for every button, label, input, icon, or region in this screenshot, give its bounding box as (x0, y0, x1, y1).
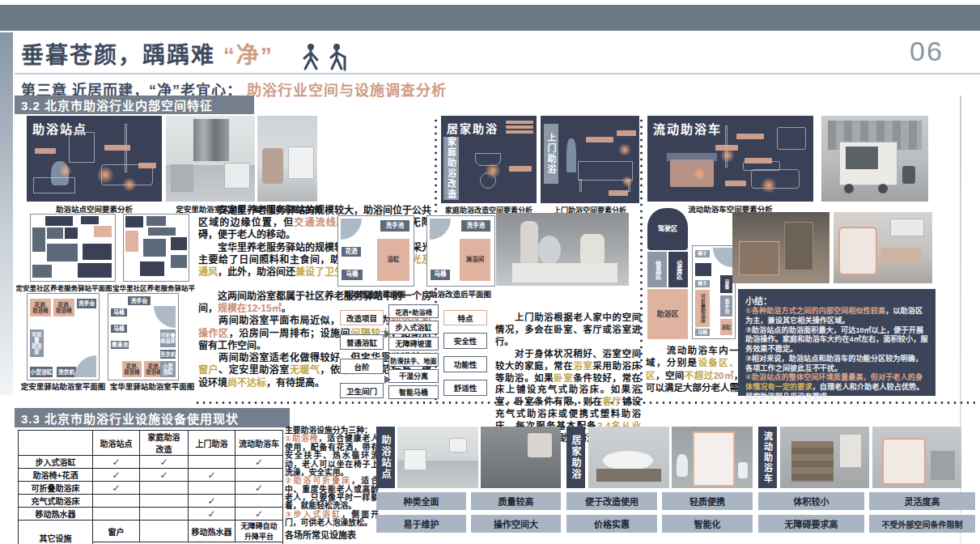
feature-tag: 无障碍要求高 (758, 515, 864, 533)
caption-station-analysis: 助浴站点空间要素分析 (27, 203, 162, 215)
water-barrel-shape (538, 236, 561, 265)
text-segment: ②助浴站点的助浴面积最大，可达10㎡以上，便于开展助浴操作。家庭和助浴车大约在4… (745, 326, 928, 354)
photo-vehicle-interior-cabinets (732, 212, 829, 283)
photo-vehicle-tub (872, 427, 961, 488)
table-row-label: 步入式浴缸 (19, 456, 93, 469)
checkmark-icon: ✓ (140, 456, 189, 469)
walk-in-tub-shape (838, 227, 877, 275)
label-chip (506, 130, 533, 134)
plan-dinganli-bathroom: 花洒. 助浴椅 花洒. 助浴椅 洗手台 可折叠 助浴床 小型浴缸 洗衣机 (27, 293, 100, 380)
text-segment: 客厅 (603, 397, 622, 406)
person-silhouette (566, 138, 576, 172)
title-rule (15, 73, 980, 74)
photo-bathing-vehicle (821, 116, 928, 202)
facility-description: 主要助浴设施分为三种： ①助浴椅，适合健康老人使用，配备有花洒，带有安全扶手、热… (285, 427, 379, 528)
table-row-label: 移动热水器 (19, 508, 93, 521)
caption-plan-dinganli-station: 定安里社区养老服务驿站平面图 (15, 283, 113, 292)
visit-paragraph: 上门助浴根据老人家中的空间情况，多会在卧室、客厅或浴室进行。 对于身体状况稍好、… (495, 312, 641, 444)
label-chip (736, 134, 764, 139)
label-chip (104, 145, 130, 151)
poster-page: 垂暮苍颜，踽踽难 “净” 06 第三章 近居而建，“净”老宜心： 助浴行业空间与… (0, 0, 980, 544)
label-chip (609, 190, 628, 196)
label-chip (725, 181, 746, 186)
wheel-shape (844, 184, 854, 193)
label-chip (617, 130, 636, 136)
plan-reno-after: 洗手池 淋浴间 马桶 (426, 215, 495, 287)
text-segment: 无暖气 (290, 364, 320, 376)
cabinet-shape (739, 241, 779, 275)
curtain-shape (193, 119, 229, 161)
feature-tag: 轻质便携 (662, 492, 753, 510)
wheel-shape (878, 184, 888, 193)
table-row-label: 充气式助浴床 (19, 495, 93, 508)
checkmark-icon: ✓ (235, 456, 283, 469)
section-3-2-badge: 3.2 北京市助浴行业内部空间特征 (15, 96, 254, 114)
page-title: 垂暮苍颜，踽踽难 “净” (21, 37, 274, 70)
plan-reno-before: 洗手池 花洒 浴缸 马桶 (337, 215, 414, 287)
wheelchair-shape (902, 166, 915, 184)
summary-title: 小结： (745, 294, 928, 307)
reno-header: 特点 (443, 310, 487, 325)
table-cell (140, 508, 189, 521)
table-cell (189, 482, 235, 495)
checkmark-icon: ✓ (93, 469, 140, 482)
label-chip (745, 158, 772, 164)
label-chip (506, 121, 533, 124)
text-segment: 20㎡ (714, 371, 734, 380)
text-segment: 不超过 (685, 371, 714, 380)
door-shape (840, 435, 861, 467)
cabinet-top-shape (667, 153, 717, 161)
reno-item: 舒适性 (443, 380, 487, 396)
reno-item: 花洒+助浴椅 (388, 304, 439, 318)
bed-leg-line (579, 179, 582, 192)
feature-tag: 体积较小 (758, 492, 864, 510)
feature-tag: 价格实惠 (566, 515, 657, 533)
feature-tag: 易于维护 (376, 515, 466, 533)
inflatable-basin-shape (603, 451, 653, 470)
door-arc (430, 219, 451, 240)
plan-baohuali-bathroom: 洗手台 马桶 马桶 擦澡池 可折叠 助浴床 洗衣机 花洒. 助浴椅 花洒. 助浴… (108, 293, 179, 380)
table-row-label: 助浴椅+花洒 (19, 469, 93, 482)
bench-shape (880, 248, 921, 264)
bed-shape (512, 263, 617, 283)
reno-right-column: 特点安全性功能性舒适性 (443, 310, 487, 396)
highlight-dot (761, 177, 777, 193)
section-3-3-badge: 3.3 北京市助浴行业设施设备使用现状 (15, 408, 290, 427)
feature-tag: 灵活度高 (869, 492, 975, 510)
feature-tag: 不受外部空间条件限制 (869, 515, 975, 533)
table-header: 上门助浴 (189, 431, 235, 456)
text-segment: ④助浴站点的整体空间环境质量最高，但对于老人的身 (745, 373, 923, 381)
table-cell (140, 495, 189, 508)
group-vehicle-tab: 流动助浴车 (758, 427, 777, 488)
table-cell: 无障碍自动 升降平台 (235, 521, 283, 542)
bath-bed-outline (33, 177, 75, 193)
home-reno-illustration-panel: 居家助浴 家庭助浴改造 (441, 116, 537, 203)
text-segment: 尚不达标 (227, 377, 266, 389)
toilet-shape (738, 462, 748, 478)
label-chip (35, 148, 56, 154)
arrow-right-icon (384, 376, 391, 384)
label-chip (586, 137, 613, 142)
table-header: 家庭助浴 改造 (140, 431, 189, 456)
text-segment: ③相对来说，助浴站点和助浴车的功能分区较为明确，各项工作之间彼此互不干扰。 (745, 355, 923, 372)
highlight-dot (618, 143, 631, 156)
mirror-outline (69, 132, 95, 163)
reno-item: 功能性 (443, 356, 487, 372)
group-station-tags: 种类全面质量较高易于维护操作空间大 (376, 492, 561, 533)
summary-box: 小结： ①各种助浴方式之间的内部空间相似性较高，以助浴区为主，兼设其它相关操作区… (738, 289, 935, 396)
arrow-right-icon (384, 353, 391, 361)
facility-table-caption: 各场所常见设施表 (285, 528, 356, 541)
table-cell (189, 456, 235, 469)
text-segment: ①助浴椅 (285, 434, 319, 443)
fixture-shape (171, 164, 193, 192)
page-title-accent: “净” (223, 43, 274, 68)
text-segment: 规模在12-15㎡ (218, 303, 282, 314)
label-chip (715, 145, 738, 151)
text-segment: ②助浴可折叠床 (285, 476, 351, 485)
caption-plan-before: 助浴改造前平面图 (332, 288, 418, 300)
table-cell (140, 482, 189, 495)
checkmark-icon: ✓ (189, 469, 235, 482)
plan-vehicle-zones: 驾驶区 休息区 设备区 助浴区 (647, 208, 688, 339)
bath-chair-shape (262, 148, 283, 184)
reno-item: 防滑扶手、地面 (388, 353, 439, 367)
